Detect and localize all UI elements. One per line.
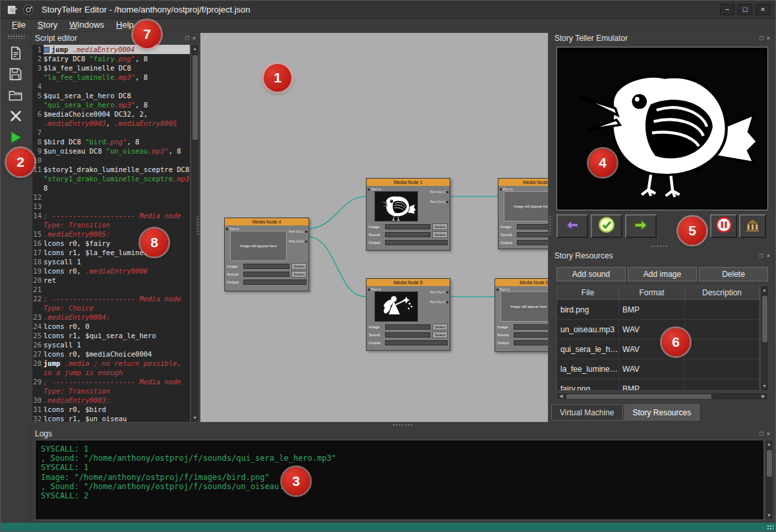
node-property-value[interactable] xyxy=(514,332,549,338)
node-property-value[interactable] xyxy=(385,232,431,237)
media-node[interactable]: Media Node 6Port InImage will appear her… xyxy=(494,278,549,352)
scrollbar-thumb[interactable] xyxy=(566,394,711,399)
scroll-down-icon[interactable]: ▼ xyxy=(191,414,198,422)
scroll-down-icon[interactable]: ▼ xyxy=(765,512,773,519)
node-title[interactable]: Media Node 3 xyxy=(498,179,549,186)
splitter-handle[interactable] xyxy=(392,423,413,427)
add-sound-button[interactable]: Add sound xyxy=(556,267,626,281)
minimize-button[interactable]: − xyxy=(720,4,734,15)
code-line[interactable]: 10 xyxy=(32,156,190,165)
code-line[interactable]: 19lcons r0, .mediaEntry0006 xyxy=(32,266,190,276)
code-line[interactable]: 3$la_fee_luminelle DC8 "la_fee_luminelle… xyxy=(32,63,190,82)
output-port[interactable]: Port Out 2 xyxy=(430,200,448,204)
node-property-value[interactable] xyxy=(385,224,431,229)
titlebar[interactable]: StoryTeller Editor - /home/anthony/ostpr… xyxy=(1,1,775,19)
code-line[interactable]: 6$mediaChoice0004 DC32, 2, .mediaEntry00… xyxy=(32,109,190,128)
code-line[interactable]: 9$un_oiseau DC8 "un_oiseau.mp3", 8 xyxy=(32,146,190,156)
node-property-value[interactable] xyxy=(385,240,448,245)
close-panel-icon[interactable]: × xyxy=(193,35,196,42)
code-line[interactable]: 4 xyxy=(32,82,190,91)
table-row[interactable]: qui_sera_le_h…WAV xyxy=(557,340,760,359)
code-line[interactable]: 14; -------------------- Media node Type… xyxy=(32,211,190,229)
ok-button[interactable] xyxy=(591,214,622,238)
splitter-handle[interactable] xyxy=(650,245,669,248)
node-property-value[interactable] xyxy=(243,280,307,285)
resources-table-scrollbar[interactable]: ▲ ▼ xyxy=(760,285,769,391)
code-line[interactable]: 25lcons r1, $qui_sera_le_hero xyxy=(32,331,190,340)
output-port[interactable]: Port Out 1 xyxy=(430,190,448,194)
scroll-left-icon[interactable]: ◀ xyxy=(557,392,565,400)
media-node[interactable]: Media Node 3Port InImage will appear her… xyxy=(498,178,549,249)
node-property-value[interactable] xyxy=(385,324,431,330)
node-property-value[interactable] xyxy=(243,264,289,269)
save-button[interactable] xyxy=(5,65,26,85)
close-project-button[interactable] xyxy=(5,107,26,127)
table-row[interactable]: la_fee_lumine…WAV xyxy=(557,359,760,379)
code-line[interactable]: 11$story1_drako_luminelle_sceptre DC8 "s… xyxy=(32,165,190,192)
node-select-button[interactable]: Select xyxy=(291,263,307,270)
node-property-value[interactable] xyxy=(517,240,549,245)
logs-content[interactable]: SYSCALL: 1, Sound: "/home/anthony/ostpro… xyxy=(35,440,764,520)
scroll-right-icon[interactable]: ▶ xyxy=(760,392,767,400)
code-line[interactable]: 7 xyxy=(32,128,190,137)
next-button[interactable] xyxy=(625,214,657,238)
code-line[interactable]: 22; -------------------- Media node Type… xyxy=(32,294,190,312)
code-line[interactable]: 32lcons r1, $un_oiseau xyxy=(32,414,190,423)
float-panel-icon[interactable]: □ xyxy=(760,252,763,259)
scroll-up-icon[interactable]: ▲ xyxy=(191,45,198,53)
code-line[interactable]: 12 xyxy=(32,192,190,202)
code-line[interactable]: 5$qui_sera_le_hero DC8 "qui_sera_le_hero… xyxy=(32,91,190,109)
menu-story[interactable]: Story xyxy=(32,19,63,32)
code-line[interactable]: 24lcons r0, 0 xyxy=(32,322,190,331)
previous-button[interactable] xyxy=(556,214,588,238)
node-property-value[interactable] xyxy=(385,332,431,338)
media-node[interactable]: Media Node 4Port InImage will appear her… xyxy=(224,218,309,291)
node-property-value[interactable] xyxy=(243,272,289,277)
column-header-file[interactable]: File xyxy=(557,286,619,299)
node-select-button[interactable]: Select xyxy=(291,271,307,278)
code-line[interactable]: 1jump .mediaEntry0004 xyxy=(32,45,190,54)
code-line[interactable]: 21 xyxy=(32,285,190,294)
column-header-description[interactable]: Description xyxy=(685,286,760,299)
node-graph-canvas[interactable]: Media Node 4Port InImage will appear her… xyxy=(200,32,549,423)
node-title[interactable]: Media Node 4 xyxy=(225,218,309,225)
delete-button[interactable]: Delete xyxy=(699,267,768,281)
node-select-button[interactable]: Select xyxy=(433,231,448,238)
scrollbar-thumb[interactable] xyxy=(762,296,767,342)
menu-file[interactable]: File xyxy=(6,19,32,32)
add-image-button[interactable]: Add image xyxy=(628,267,697,281)
code-line[interactable]: 13 xyxy=(32,202,190,211)
output-port[interactable]: Port Out 1 xyxy=(430,290,448,294)
scroll-up-icon[interactable]: ▲ xyxy=(765,440,773,448)
tab-story-resources[interactable]: Story Resources xyxy=(624,404,700,421)
home-button[interactable] xyxy=(739,214,766,238)
script-editor[interactable]: 1jump .mediaEntry00042$fairy DC8 "fairy.… xyxy=(32,44,191,423)
code-line[interactable]: 29; -------------------- Media node Type… xyxy=(32,377,190,396)
node-property-value[interactable] xyxy=(514,324,549,330)
table-row[interactable]: fairy.pngBMP xyxy=(557,379,760,391)
pause-button[interactable] xyxy=(710,214,737,238)
node-property-value[interactable] xyxy=(517,232,549,237)
node-select-button[interactable]: Select xyxy=(433,223,448,230)
table-row[interactable]: bird.pngBMP xyxy=(557,300,760,320)
output-port[interactable]: Port Out 2 xyxy=(289,239,307,243)
scrollbar-thumb[interactable] xyxy=(193,55,198,140)
code-line[interactable]: 23.mediaEntry0004: xyxy=(32,312,190,322)
node-title[interactable]: Media Node 1 xyxy=(367,179,450,186)
float-panel-icon[interactable]: □ xyxy=(760,35,763,42)
table-row[interactable]: un_oiseau.mp3WAV xyxy=(557,320,760,340)
scroll-down-icon[interactable]: ▼ xyxy=(761,382,768,390)
node-select-button[interactable]: Select xyxy=(433,324,448,330)
output-port[interactable]: Port Out 1 xyxy=(289,229,307,233)
scroll-up-icon[interactable]: ▲ xyxy=(761,286,768,294)
scrollbar-thumb[interactable] xyxy=(767,450,772,477)
node-select-button[interactable]: Select xyxy=(433,332,448,338)
new-script-button[interactable] xyxy=(5,44,26,64)
code-line[interactable]: 26syscall 1 xyxy=(32,340,190,349)
code-line[interactable]: 2$fairy DC8 "fairy.png", 8 xyxy=(32,54,190,63)
output-port[interactable]: Port Out 2 xyxy=(430,300,448,304)
code-line[interactable]: 27lcons r0, $mediaChoice0004 xyxy=(32,349,190,359)
code-line[interactable]: 28jump .media ; no return possible, so a… xyxy=(32,359,190,377)
toolbar-grip-handle[interactable] xyxy=(7,35,24,39)
media-node[interactable]: Media Node 1Port In Port Out 1Port Out 2… xyxy=(366,178,450,251)
